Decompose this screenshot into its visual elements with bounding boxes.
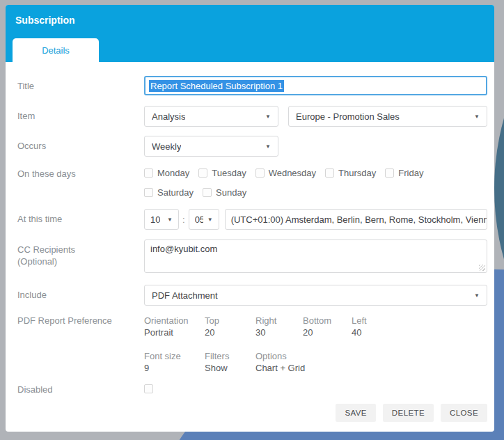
pdf-font-size-label: Font size: [144, 350, 205, 362]
wednesday-checkbox-box[interactable]: [255, 168, 265, 178]
friday-label: Friday: [398, 168, 423, 178]
tab-details[interactable]: Details: [13, 38, 99, 62]
time-label: At this time: [17, 209, 144, 225]
pdf-filters-value: Show: [205, 362, 255, 374]
pdf-right: Right 30: [255, 315, 303, 338]
pdf-options-label: Options: [255, 350, 305, 362]
pdf-top: Top 20: [205, 315, 255, 338]
friday-checkbox-box[interactable]: [385, 168, 394, 178]
timezone-value: (UTC+01:00) Amsterdam, Berlin, Bern, Rom…: [231, 214, 487, 225]
sunday-checkbox-box[interactable]: [203, 188, 212, 197]
form-row-title: Title Report Scheduled Subscription 1: [17, 76, 487, 95]
pdf-left: Left 40: [352, 315, 367, 338]
checkbox-wednesday[interactable]: Wednesday: [255, 168, 316, 178]
item-value: Europe - Promotion Sales: [296, 111, 400, 122]
dialog-buttons: SAVE DELETE CLOSE: [17, 404, 487, 422]
checkbox-friday[interactable]: Friday: [385, 168, 423, 178]
pdf-top-value: 20: [205, 327, 255, 338]
time-separator: :: [182, 214, 185, 225]
cc-recipients-textarea[interactable]: info@kyubit.com: [144, 239, 487, 273]
resize-handle-icon[interactable]: [479, 265, 485, 271]
cc-label-line2: (Optional): [17, 256, 144, 267]
item-label: Item: [17, 106, 144, 122]
wednesday-label: Wednesday: [269, 168, 316, 178]
occurs-value: Weekly: [152, 141, 181, 152]
days-label: On these days: [17, 168, 144, 180]
pdf-left-label: Left: [352, 315, 367, 327]
occurs-select[interactable]: Weekly ▼: [144, 136, 278, 157]
pdf-bottom-label: Bottom: [303, 315, 352, 327]
pdf-orientation-value: Portrait: [144, 327, 205, 338]
pdf-grid-row-2: Font size 9 Filters Show Options Chart +…: [144, 350, 487, 374]
form-row-item: Item Analysis ▼ Europe - Promotion Sales…: [17, 106, 487, 127]
pdf-grid-row-1: Orientation Portrait Top 20 Right 30 Bot…: [144, 315, 487, 338]
disabled-checkbox[interactable]: [144, 384, 153, 393]
item-type-select[interactable]: Analysis ▼: [144, 106, 278, 127]
title-input-selected-text: Report Scheduled Subscription 1: [149, 80, 284, 92]
thursday-label: Thursday: [338, 168, 376, 178]
pdf-bottom: Bottom 20: [303, 315, 352, 338]
dialog-body: Title Report Scheduled Subscription 1 It…: [6, 62, 494, 422]
checkbox-thursday[interactable]: Thursday: [325, 168, 376, 178]
monday-label: Monday: [157, 168, 189, 178]
hour-select[interactable]: 10 ▼: [144, 209, 179, 230]
disabled-label: Disabled: [17, 384, 144, 395]
chevron-down-icon: ▼: [207, 217, 213, 223]
checkbox-monday[interactable]: Monday: [144, 168, 189, 178]
cc-label: CC Recipients (Optional): [17, 239, 144, 267]
tuesday-label: Tuesday: [212, 168, 246, 178]
subscription-dialog: Subscription Details Title Report Schedu…: [6, 5, 494, 432]
pdf-right-label: Right: [255, 315, 303, 327]
close-button[interactable]: CLOSE: [441, 404, 487, 422]
pdf-right-value: 30: [255, 327, 303, 338]
pdf-filters: Filters Show: [205, 350, 255, 374]
item-select[interactable]: Europe - Promotion Sales ▼: [288, 106, 487, 127]
checkbox-tuesday[interactable]: Tuesday: [198, 168, 246, 178]
include-value: PDF Attachment: [152, 290, 218, 301]
title-input[interactable]: Report Scheduled Subscription 1: [144, 76, 487, 95]
sunday-label: Sunday: [216, 187, 246, 198]
pdf-bottom-value: 20: [303, 327, 352, 338]
days-row-1: Monday Tuesday Wednesday Thursday: [144, 168, 487, 178]
cc-label-line1: CC Recipients: [17, 244, 144, 256]
pdf-font-size: Font size 9: [144, 350, 205, 374]
pdf-preference-label: PDF Report Preference: [17, 315, 144, 327]
include-select[interactable]: PDF Attachment ▼: [144, 285, 487, 306]
pdf-left-value: 40: [352, 327, 367, 338]
save-button[interactable]: SAVE: [336, 404, 375, 422]
minute-select[interactable]: 05 ▼: [189, 209, 219, 230]
monday-checkbox-box[interactable]: [144, 168, 153, 178]
checkbox-saturday[interactable]: Saturday: [144, 187, 194, 198]
form-row-occurs: Occurs Weekly ▼: [17, 136, 487, 157]
checkbox-sunday[interactable]: Sunday: [203, 187, 246, 198]
delete-button[interactable]: DELETE: [383, 404, 434, 422]
pdf-orientation: Orientation Portrait: [144, 315, 205, 338]
tab-details-label: Details: [42, 45, 70, 56]
minute-value: 05: [195, 214, 203, 225]
include-label: Include: [17, 285, 144, 301]
pdf-font-size-value: 9: [144, 362, 205, 374]
chevron-down-icon: ▼: [474, 292, 480, 299]
chevron-down-icon: ▼: [265, 143, 271, 150]
tuesday-checkbox-box[interactable]: [198, 168, 207, 178]
saturday-checkbox-box[interactable]: [144, 188, 153, 197]
pdf-orientation-label: Orientation: [144, 315, 205, 327]
form-row-days: On these days Monday Tuesday Wednesday: [17, 168, 487, 198]
dialog-title: Subscription: [6, 5, 494, 26]
thursday-checkbox-box[interactable]: [325, 168, 334, 178]
pdf-filters-label: Filters: [205, 350, 255, 362]
pdf-options-value: Chart + Grid: [255, 362, 305, 374]
days-row-2: Saturday Sunday: [144, 187, 487, 198]
pdf-top-label: Top: [205, 315, 255, 327]
form-row-time: At this time 10 ▼ : 05 ▼ (UTC+01:00) Ams…: [17, 209, 487, 230]
chevron-down-icon: ▼: [265, 113, 271, 120]
form-row-cc: CC Recipients (Optional) info@kyubit.com: [17, 239, 487, 273]
form-row-disabled: Disabled: [17, 384, 487, 396]
title-label: Title: [17, 76, 144, 92]
hour-value: 10: [150, 214, 160, 225]
pdf-options: Options Chart + Grid: [255, 350, 305, 374]
item-type-value: Analysis: [152, 111, 185, 122]
occurs-label: Occurs: [17, 136, 144, 152]
timezone-input[interactable]: (UTC+01:00) Amsterdam, Berlin, Bern, Rom…: [225, 209, 487, 230]
chevron-down-icon: ▼: [167, 217, 173, 223]
